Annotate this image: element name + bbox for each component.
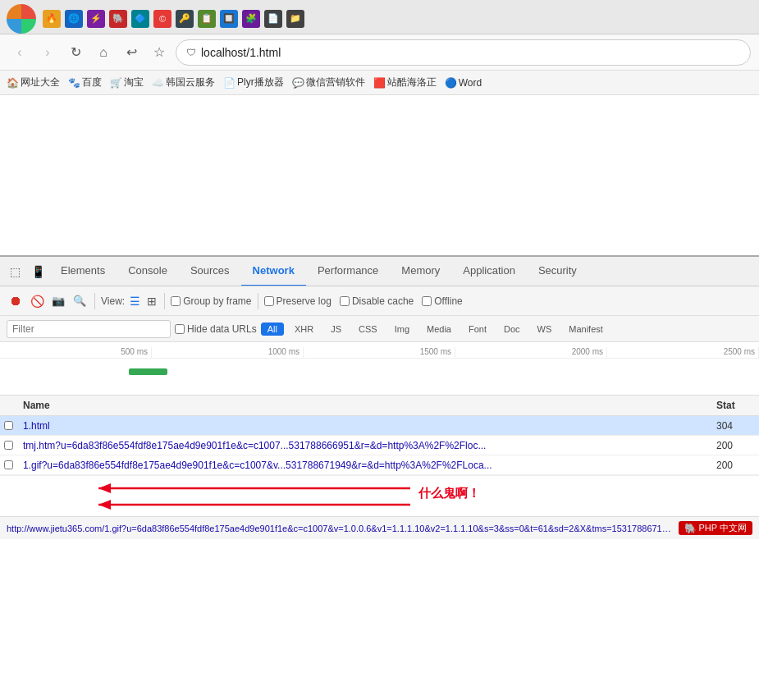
table-row[interactable]: 1.html 304	[0, 416, 759, 436]
ext-icon-4[interactable]: 🐘	[109, 10, 127, 28]
devtools-cursor-icon[interactable]: ⬚	[3, 260, 26, 283]
preserve-log-input[interactable]	[264, 296, 274, 306]
timeline-mark-1000: 1000 ms	[152, 347, 304, 358]
filter-ws-button[interactable]: WS	[531, 323, 559, 336]
devtools-panel: ⬚ 📱 Elements Console Sources Network Per…	[0, 255, 759, 539]
row-status-2: 200	[710, 438, 759, 453]
view-list-button[interactable]: ☰	[128, 293, 142, 309]
filter-css-button[interactable]: CSS	[352, 323, 384, 336]
filter-media-button[interactable]: Media	[420, 323, 458, 336]
status-bar: http://www.jietu365.com/1.gif?u=6da83f86…	[0, 516, 759, 539]
tab-memory[interactable]: Memory	[390, 257, 451, 286]
browser-logo	[7, 4, 36, 34]
bookmark-word-icon: 🔵	[445, 77, 457, 89]
bookmark-plyr-icon: 📄	[223, 77, 235, 89]
tab-security[interactable]: Security	[527, 257, 588, 286]
checkbox-header	[0, 397, 16, 414]
filter-all-button[interactable]: All	[261, 323, 284, 336]
group-by-frame-checkbox[interactable]: Group by frame	[171, 295, 251, 307]
preserve-log-checkbox[interactable]: Preserve log	[264, 295, 331, 307]
home-button[interactable]: ⌂	[92, 41, 115, 64]
row-checkbox-3[interactable]	[0, 460, 16, 469]
tab-network[interactable]: Network	[241, 257, 306, 286]
divider-3	[258, 293, 258, 309]
bookmark-korea-cloud-label: 韩国云服务	[166, 75, 215, 89]
ext-icon-1[interactable]: 🔥	[43, 10, 61, 28]
bookmark-korea-cloud[interactable]: ☁️ 韩国云服务	[152, 75, 215, 89]
hide-data-urls-label: Hide data URLs	[187, 323, 257, 335]
ext-icon-5[interactable]: 🔷	[131, 10, 149, 28]
bookmark-zcool-label: 站酷海洛正	[387, 75, 437, 89]
ext-icon-11[interactable]: 📄	[264, 10, 282, 28]
view-label: View:	[101, 295, 125, 307]
ext-icon-12[interactable]: 📁	[286, 10, 304, 28]
clear-button[interactable]: 🚫	[28, 292, 46, 310]
php-badge: 🐘 PHP 中文网	[679, 521, 752, 535]
hide-data-urls-checkbox[interactable]: Hide data URLs	[175, 323, 257, 335]
devtools-inspect-icon[interactable]: 📱	[26, 260, 49, 283]
row-status-3: 200	[710, 458, 759, 473]
bookmark-baidu-icon: 🐾	[68, 77, 80, 89]
ext-icon-2[interactable]: 🌐	[65, 10, 83, 28]
svg-marker-3	[98, 500, 111, 510]
address-bar[interactable]: 🛡 localhost/1.html	[176, 39, 751, 66]
bookmark-button[interactable]: ☆	[148, 41, 171, 64]
tab-console[interactable]: Console	[117, 257, 179, 286]
filter-xhr-button[interactable]: XHR	[288, 323, 320, 336]
view-group-button[interactable]: ⊞	[145, 293, 158, 309]
back-button[interactable]: ‹	[8, 41, 31, 64]
filter-icon-button[interactable]: 🔍	[71, 292, 89, 310]
php-badge-label: PHP 中文网	[699, 522, 747, 534]
filter-input[interactable]	[7, 320, 171, 338]
timeline-scale: 500 ms 1000 ms 1500 ms 2000 ms 2500 ms	[0, 342, 759, 359]
php-icon: 🐘	[684, 523, 697, 534]
name-header[interactable]: Name	[16, 397, 710, 414]
ext-icon-8[interactable]: 📋	[198, 10, 216, 28]
disable-cache-input[interactable]	[340, 296, 350, 306]
row-name-1: 1.html	[16, 419, 710, 433]
status-header[interactable]: Stat	[710, 397, 759, 414]
bookmark-wangzhi[interactable]: 🏠 网址大全	[7, 75, 60, 89]
divider-1	[94, 293, 95, 309]
offline-input[interactable]	[422, 296, 432, 306]
timeline-mark-1500: 1500 ms	[304, 347, 455, 358]
tab-application[interactable]: Application	[451, 257, 527, 286]
bookmark-word[interactable]: 🔵 Word	[445, 77, 482, 89]
bookmark-taobao[interactable]: 🛒 淘宝	[110, 75, 144, 89]
filter-manifest-button[interactable]: Manifest	[562, 323, 610, 336]
forward-button[interactable]: ›	[36, 41, 59, 64]
reload-button[interactable]: ↻	[64, 41, 87, 64]
tab-sources[interactable]: Sources	[179, 257, 241, 286]
ext-icon-6[interactable]: ©	[153, 10, 171, 28]
group-by-frame-input[interactable]	[171, 296, 181, 306]
bookmark-baidu[interactable]: 🐾 百度	[68, 75, 102, 89]
bookmark-baidu-label: 百度	[82, 75, 102, 89]
filter-doc-button[interactable]: Doc	[497, 323, 527, 336]
bookmark-zcool[interactable]: 🟥 站酷海洛正	[373, 75, 437, 89]
prev-page-button[interactable]: ↩	[120, 41, 143, 64]
camera-button[interactable]: 📷	[49, 292, 67, 310]
tab-performance[interactable]: Performance	[306, 257, 390, 286]
offline-checkbox[interactable]: Offline	[422, 295, 462, 307]
disable-cache-checkbox[interactable]: Disable cache	[340, 295, 414, 307]
bookmark-wechat[interactable]: 💬 微信营销软件	[292, 75, 365, 89]
ext-icon-10[interactable]: 🧩	[242, 10, 260, 28]
filter-img-button[interactable]: Img	[388, 323, 416, 336]
table-row[interactable]: tmj.htm?u=6da83f86e554fdf8e175ae4d9e901f…	[0, 436, 759, 455]
filter-font-button[interactable]: Font	[462, 323, 493, 336]
filter-js-button[interactable]: JS	[324, 323, 348, 336]
bookmark-wechat-icon: 💬	[292, 77, 304, 89]
bookmark-plyr[interactable]: 📄 Plyr播放器	[223, 75, 284, 89]
divider-2	[164, 293, 165, 309]
row-checkbox-1[interactable]	[0, 421, 16, 430]
table-row[interactable]: 1.gif?u=6da83f86e554fdf8e175ae4d9e901f1e…	[0, 455, 759, 475]
ext-icon-9[interactable]: 🔲	[220, 10, 238, 28]
ext-icon-3[interactable]: ⚡	[87, 10, 105, 28]
hide-data-urls-input[interactable]	[175, 324, 185, 334]
tab-elements[interactable]: Elements	[49, 257, 117, 286]
annotation-text: 什么鬼啊！	[418, 486, 480, 501]
row-checkbox-2[interactable]	[0, 441, 16, 450]
record-button[interactable]: ⏺	[7, 292, 25, 310]
ext-icon-7[interactable]: 🔑	[176, 10, 194, 28]
status-bar-url: http://www.jietu365.com/1.gif?u=6da83f86…	[7, 524, 672, 533]
